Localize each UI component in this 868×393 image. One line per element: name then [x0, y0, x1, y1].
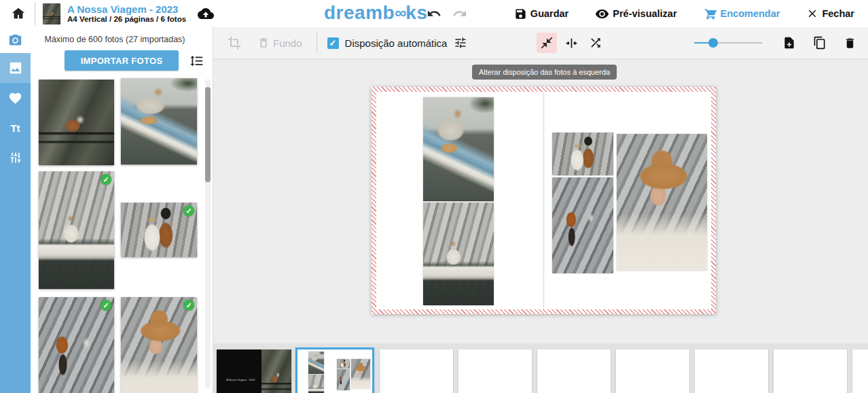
check-icon: ✓	[101, 300, 111, 311]
background-delete-button[interactable]: Fundo	[255, 34, 305, 52]
book-spread[interactable]	[372, 87, 716, 314]
page-thumbnail-blank[interactable]	[616, 349, 689, 393]
home-button[interactable]	[8, 3, 29, 24]
mini-photo	[351, 359, 370, 389]
auto-layout-checkbox[interactable]: ✓	[327, 37, 339, 49]
panel-scrollbar[interactable]	[205, 79, 211, 388]
camera-icon	[8, 33, 22, 48]
photo-limit-text: Máximo de 600 fotos (27 importadas)	[31, 35, 199, 44]
divider	[317, 33, 317, 53]
photo-thumbnail-hat-woman[interactable]: ✓	[121, 297, 197, 393]
tooltip: Alterar disposição das fotos à esquerda	[472, 65, 617, 80]
check-icon: ✓	[183, 205, 194, 216]
undo-button[interactable]	[424, 3, 444, 24]
canvas-area: Fundo ✓ Disposição automática	[213, 27, 868, 393]
layout-left-button[interactable]	[537, 33, 557, 53]
undo-icon	[427, 6, 441, 21]
app-logo: dreamb∞ks	[324, 2, 427, 24]
cover-title: A Nossa Viagem - 2023	[223, 378, 259, 382]
save-button[interactable]: Guardar	[510, 7, 573, 21]
project-meta: A Nossa Viagem - 2023 A4 Vertical / 26 p…	[67, 3, 186, 24]
mini-photo	[308, 375, 324, 393]
right-tools	[694, 33, 859, 52]
sidebar-item-camera[interactable]	[0, 27, 31, 53]
spine-gutter	[543, 92, 544, 309]
sidebar-item-gallery[interactable]	[0, 53, 31, 83]
page-thumbnail-blank[interactable]	[695, 349, 768, 393]
cart-icon	[704, 7, 717, 20]
pages-strip: A Nossa Viagem - 2023	[213, 343, 868, 393]
close-button[interactable]: Fechar	[802, 7, 858, 20]
left-rail: Tt	[0, 27, 31, 393]
rail-blue-strip: Tt	[0, 53, 31, 393]
import-photos-button[interactable]: IMPORTAR FOTOS	[65, 50, 179, 71]
shuffle-icon	[589, 36, 602, 50]
redo-icon	[452, 6, 467, 21]
add-page-button[interactable]	[780, 33, 799, 52]
cloud-upload-icon	[196, 5, 216, 22]
order-button[interactable]: Encomendar	[700, 6, 784, 21]
preview-button[interactable]: Pré-visualizar	[591, 6, 681, 22]
photo-thumbnail-boat-sitting[interactable]: ✓	[39, 171, 114, 289]
photo-thumbnail-rocks-couple[interactable]: ✓	[39, 297, 114, 393]
eye-icon	[595, 7, 609, 21]
mini-photo	[337, 369, 350, 390]
line-spacing-icon	[189, 54, 204, 68]
photo-thumbnail-marble-couple[interactable]: ✓	[121, 203, 197, 257]
topbar-actions: Guardar Pré-visualizar Encomendar Fechar	[424, 0, 858, 27]
duplicate-icon	[813, 36, 827, 50]
auto-layout-label: Disposição automática	[345, 37, 448, 49]
zoom-slider[interactable]	[694, 38, 762, 48]
page-thumbnail-blank[interactable]	[380, 349, 453, 393]
mini-photo	[308, 352, 324, 374]
mini-photo	[337, 359, 350, 369]
spread-photo-marble-couple[interactable]	[552, 133, 613, 175]
crop-icon	[228, 36, 241, 50]
layout-buttons	[537, 33, 605, 53]
slider-thumb[interactable]	[708, 38, 718, 48]
duplicate-page-button[interactable]	[810, 33, 829, 52]
page-thumbnail-blank[interactable]	[537, 349, 611, 393]
page-thumbnail-blank[interactable]	[852, 349, 868, 393]
page-thumbnail-blank[interactable]	[458, 349, 532, 393]
photo-thumbnail-boat-leaning[interactable]	[121, 78, 197, 165]
spread-pages	[376, 92, 711, 309]
infinity-glyph: ∞	[395, 3, 405, 22]
text-icon: Tt	[10, 122, 20, 134]
sidebar-item-layouts[interactable]	[0, 143, 31, 173]
layout-right-button[interactable]	[586, 33, 605, 52]
divider	[35, 2, 35, 25]
spread-photo-boat-leaning[interactable]	[423, 97, 494, 201]
trash-icon	[257, 37, 270, 49]
redo-button[interactable]	[450, 3, 470, 24]
spread-photo-rocks-couple[interactable]	[552, 177, 613, 273]
sidebar-item-favorites[interactable]	[0, 83, 31, 113]
spread-photo-hat-woman[interactable]	[617, 134, 707, 271]
page-thumbnail-current-spread[interactable]	[295, 347, 374, 393]
project-title: A Nossa Viagem - 2023	[67, 3, 186, 15]
page-thumbnail-cover[interactable]: A Nossa Viagem - 2023	[217, 349, 291, 393]
compress-horizontal-icon	[564, 36, 579, 50]
check-icon: ✓	[101, 174, 111, 185]
heart-icon	[8, 91, 22, 105]
tune-icon[interactable]	[454, 36, 467, 50]
crop-button[interactable]	[225, 33, 244, 52]
cover-photo	[261, 349, 291, 393]
project-subtitle: A4 Vertical / 26 páginas / 6 fotos	[67, 15, 186, 24]
spread-photo-boat-sitting[interactable]	[423, 203, 494, 305]
add-page-icon	[782, 36, 796, 50]
collapse-left-icon	[540, 36, 554, 50]
check-icon: ✓	[183, 300, 194, 311]
panel-scrollbar-thumb[interactable]	[205, 87, 211, 182]
photo-thumbnail-walkway-couple[interactable]	[39, 80, 114, 165]
compress-button[interactable]	[562, 33, 581, 53]
delete-page-button[interactable]	[841, 34, 859, 52]
close-icon	[806, 7, 818, 20]
sort-button[interactable]	[189, 54, 204, 68]
project-info-group: A Nossa Viagem - 2023 A4 Vertical / 26 p…	[0, 2, 216, 25]
page-thumbnail-blank[interactable]	[774, 349, 847, 393]
gallery-icon	[8, 61, 23, 75]
sidebar-item-text[interactable]: Tt	[0, 113, 31, 143]
background-label: Fundo	[273, 37, 302, 49]
project-thumbnail	[43, 3, 60, 24]
